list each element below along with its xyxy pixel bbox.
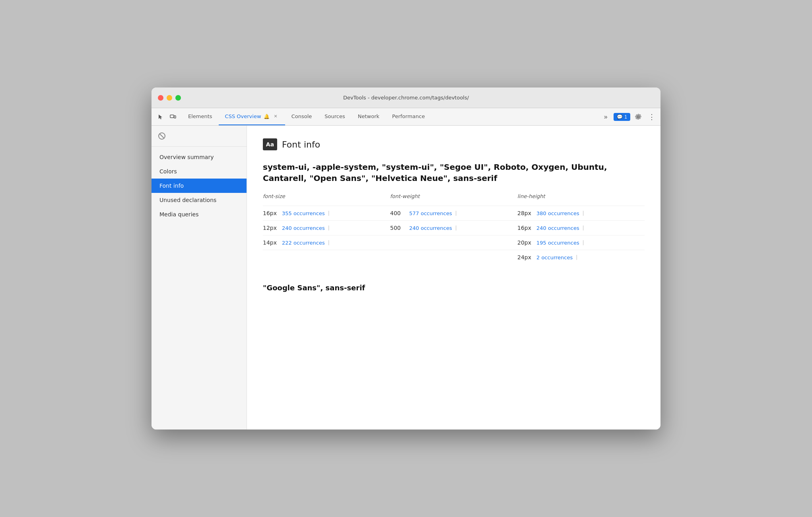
font-family-name-1: system-ui, -apple-system, "system-ui", "… xyxy=(263,161,645,184)
title-bar: DevTools - developer.chrome.com/tags/dev… xyxy=(152,87,660,108)
block-icon-button[interactable] xyxy=(156,130,167,142)
bar-1c: | xyxy=(583,210,584,216)
tab-elements[interactable]: Elements xyxy=(182,108,219,125)
tabs-container: Elements CSS Overview 🔔 ✕ Console Source… xyxy=(182,108,600,125)
font-family-name-2: "Google Sans", sans-serif xyxy=(263,284,645,292)
notification-button[interactable]: 💬 1 xyxy=(614,113,630,121)
font-size-cell-1: 16px 355 occurrences | xyxy=(263,210,390,216)
block-icon xyxy=(158,132,166,140)
font-table-row-1: 16px 355 occurrences | 400 577 occurrenc… xyxy=(263,206,645,220)
line-height-value-4: 24px xyxy=(517,254,533,260)
font-table-row-3: 14px 222 occurrences | 20px 195 occurren… xyxy=(263,235,645,250)
font-family-block-1: system-ui, -apple-system, "system-ui", "… xyxy=(263,161,645,264)
bar-1b: | xyxy=(455,210,457,216)
font-size-occ-3[interactable]: 222 occurrences xyxy=(282,240,325,246)
line-height-cell-1: 28px 380 occurrences | xyxy=(517,210,645,216)
font-table-row-4: 24px 2 occurrences | xyxy=(263,250,645,264)
line-height-cell-2: 16px 240 occurrences | xyxy=(517,225,645,231)
settings-button[interactable] xyxy=(633,111,644,122)
font-size-occ-2[interactable]: 240 occurrences xyxy=(282,225,325,231)
font-aa-icon: Aa xyxy=(263,138,277,150)
toolbar-right: » 💬 1 ⋮ xyxy=(600,108,657,125)
sidebar-top xyxy=(152,126,247,147)
device-icon xyxy=(170,114,176,120)
sidebar-item-font-info[interactable]: Font info xyxy=(152,179,247,193)
cursor-tool-button[interactable] xyxy=(155,111,166,122)
devtools-window: DevTools - developer.chrome.com/tags/dev… xyxy=(152,87,660,430)
font-size-value-3: 14px xyxy=(263,239,279,246)
tab-network[interactable]: Network xyxy=(352,108,386,125)
close-button[interactable] xyxy=(158,95,163,101)
line-height-value-2: 16px xyxy=(517,225,533,231)
bar-1a: | xyxy=(328,210,330,216)
sidebar-nav: Overview summary Colors Font info Unused… xyxy=(152,147,247,430)
line-height-cell-4: 24px 2 occurrences | xyxy=(517,254,645,260)
bar-4c: | xyxy=(576,255,577,260)
sidebar-item-unused-declarations[interactable]: Unused declarations xyxy=(152,193,247,207)
font-weight-cell-1: 400 577 occurrences | xyxy=(390,210,517,216)
line-height-occ-4[interactable]: 2 occurrences xyxy=(536,255,573,260)
bar-2c: | xyxy=(583,225,584,231)
svg-line-3 xyxy=(159,134,164,138)
tab-sources[interactable]: Sources xyxy=(318,108,351,125)
bar-3c: | xyxy=(583,240,584,245)
svg-rect-1 xyxy=(174,116,176,118)
tab-bar: Elements CSS Overview 🔔 ✕ Console Source… xyxy=(152,108,660,126)
sidebar-item-media-queries[interactable]: Media queries xyxy=(152,207,247,222)
sidebar-item-overview-summary[interactable]: Overview summary xyxy=(152,150,247,164)
line-height-occ-2[interactable]: 240 occurrences xyxy=(536,225,579,231)
line-height-value-1: 28px xyxy=(517,210,533,216)
more-options-button[interactable]: ⋮ xyxy=(646,111,657,122)
bar-3a: | xyxy=(328,240,330,245)
font-weight-cell-2: 500 240 occurrences | xyxy=(390,225,517,231)
tab-console[interactable]: Console xyxy=(285,108,319,125)
font-weight-occ-2[interactable]: 240 occurrences xyxy=(409,225,452,231)
line-height-value-3: 20px xyxy=(517,239,533,246)
window-title: DevTools - developer.chrome.com/tags/dev… xyxy=(343,95,469,101)
font-size-occ-1[interactable]: 355 occurrences xyxy=(282,210,325,216)
main-area: Overview summary Colors Font info Unused… xyxy=(152,126,660,430)
tab-performance[interactable]: Performance xyxy=(386,108,431,125)
section-header: Aa Font info xyxy=(263,138,645,150)
tab-close-icon[interactable]: ✕ xyxy=(273,113,279,119)
font-size-value-1: 16px xyxy=(263,210,279,216)
sidebar: Overview summary Colors Font info Unused… xyxy=(152,126,247,430)
content-area[interactable]: Aa Font info system-ui, -apple-system, "… xyxy=(247,126,660,430)
cursor-icon xyxy=(157,114,163,120)
line-height-cell-3: 20px 195 occurrences | xyxy=(517,239,645,246)
font-family-block-2: "Google Sans", sans-serif xyxy=(263,284,645,292)
font-size-value-2: 12px xyxy=(263,225,279,231)
col-header-line-height: line-height xyxy=(517,193,645,199)
more-tabs-button[interactable]: » xyxy=(600,111,611,122)
chat-icon: 💬 xyxy=(617,114,623,120)
vertical-dots-icon: ⋮ xyxy=(648,113,655,121)
col-header-font-weight: font-weight xyxy=(390,193,517,199)
toolbar-left xyxy=(155,108,179,125)
font-weight-value-1: 400 xyxy=(390,210,406,216)
font-size-cell-2: 12px 240 occurrences | xyxy=(263,225,390,231)
bar-2b: | xyxy=(455,225,457,231)
section-title: Font info xyxy=(282,140,320,150)
sidebar-item-colors[interactable]: Colors xyxy=(152,164,247,179)
font-size-cell-3: 14px 222 occurrences | xyxy=(263,239,390,246)
font-table-row-2: 12px 240 occurrences | 500 240 occurrenc… xyxy=(263,220,645,235)
font-weight-occ-1[interactable]: 577 occurrences xyxy=(409,210,452,216)
bar-2a: | xyxy=(328,225,330,231)
font-table-header: font-size font-weight line-height xyxy=(263,193,645,201)
warning-icon: 🔔 xyxy=(264,114,270,119)
font-weight-value-2: 500 xyxy=(390,225,406,231)
device-toggle-button[interactable] xyxy=(167,111,179,122)
window-controls xyxy=(158,95,181,101)
line-height-occ-1[interactable]: 380 occurrences xyxy=(536,210,579,216)
gear-icon xyxy=(635,114,641,120)
minimize-button[interactable] xyxy=(167,95,172,101)
tab-css-overview[interactable]: CSS Overview 🔔 ✕ xyxy=(219,108,285,125)
col-header-font-size: font-size xyxy=(263,193,390,199)
maximize-button[interactable] xyxy=(175,95,181,101)
line-height-occ-3[interactable]: 195 occurrences xyxy=(536,240,579,246)
svg-rect-0 xyxy=(170,115,174,118)
